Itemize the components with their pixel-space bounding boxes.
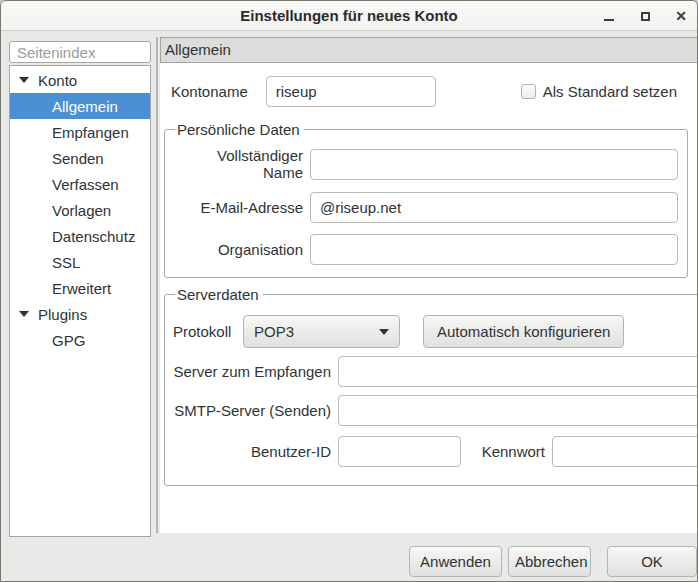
protocol-select[interactable]: POP3 xyxy=(243,315,400,348)
sidebar-item-label: Vorlagen xyxy=(52,202,111,219)
sidebar-item-ssl[interactable]: SSL xyxy=(10,249,150,275)
sidebar-item-plugins[interactable]: Plugins xyxy=(10,301,150,327)
sidebar-item-erweitert[interactable]: Erweitert xyxy=(10,275,150,301)
sidebar-item-label: Verfassen xyxy=(52,176,119,193)
email-input[interactable] xyxy=(310,192,678,223)
server-data-legend: Serverdaten xyxy=(175,286,263,303)
main-content: Kontoname Als Standard setzen Persönlich… xyxy=(160,63,698,533)
smtp-server-input[interactable] xyxy=(338,395,698,426)
sidebar-item-vorlagen[interactable]: Vorlagen xyxy=(10,197,150,223)
sidebar-item-label: Senden xyxy=(52,150,104,167)
titlebar: Einstellungen für neues Konto ✕ xyxy=(1,1,697,31)
settings-tree: Konto Allgemein Empfangen Senden Verfass… xyxy=(9,65,151,537)
maximize-button[interactable] xyxy=(637,8,653,24)
expander-icon[interactable] xyxy=(19,311,29,317)
sidebar-item-label: Empfangen xyxy=(52,124,129,141)
pane-splitter[interactable] xyxy=(156,37,158,533)
set-default-label: Als Standard setzen xyxy=(543,83,677,100)
password-input[interactable] xyxy=(552,436,698,467)
smtp-server-row: SMTP-Server (Senden) xyxy=(173,395,698,426)
full-name-row: Vollständiger Name xyxy=(173,147,678,181)
sidebar-item-label: Erweitert xyxy=(52,280,111,297)
personal-data-group: Persönliche Daten Vollständiger Name E-M… xyxy=(164,121,688,278)
receive-server-row: Server zum Empfangen xyxy=(173,356,698,387)
sidebar-item-konto[interactable]: Konto xyxy=(10,67,150,93)
set-default-checkbox[interactable] xyxy=(521,84,536,99)
sidebar-item-datenschutz[interactable]: Datenschutz xyxy=(10,223,150,249)
account-name-label: Kontoname xyxy=(171,83,248,100)
close-button[interactable]: ✕ xyxy=(673,8,689,24)
sidebar-item-label: SSL xyxy=(52,254,80,271)
sidebar-item-label: GPG xyxy=(52,332,85,349)
sidebar-item-verfassen[interactable]: Verfassen xyxy=(10,171,150,197)
receive-server-label: Server zum Empfangen xyxy=(173,363,331,380)
window-title: Einstellungen für neues Konto xyxy=(1,1,697,31)
close-icon: ✕ xyxy=(675,8,687,24)
password-label: Kennwort xyxy=(473,443,545,460)
sidebar-item-label: Konto xyxy=(38,72,77,89)
full-name-input[interactable] xyxy=(310,149,678,180)
organization-row: Organisation xyxy=(173,234,678,265)
ok-button[interactable]: OK xyxy=(607,546,697,577)
protocol-label: Protokoll xyxy=(173,323,235,340)
receive-server-input[interactable] xyxy=(338,356,698,387)
personal-data-legend: Persönliche Daten xyxy=(175,121,304,138)
maximize-icon xyxy=(641,12,650,21)
sidebar-item-empfangen[interactable]: Empfangen xyxy=(10,119,150,145)
full-name-label: Vollständiger Name xyxy=(173,147,303,181)
chevron-down-icon xyxy=(379,329,389,335)
sidebar-item-label: Plugins xyxy=(38,306,87,323)
account-settings-dialog: Einstellungen für neues Konto ✕ Konto Al… xyxy=(0,0,698,582)
window-controls: ✕ xyxy=(601,1,689,31)
sidebar-item-gpg[interactable]: GPG xyxy=(10,327,150,353)
auto-configure-button[interactable]: Automatisch konfigurieren xyxy=(423,315,624,348)
sidebar-item-senden[interactable]: Senden xyxy=(10,145,150,171)
server-data-group: Serverdaten Protokoll POP3 Automatisch k… xyxy=(164,286,698,486)
apply-button[interactable]: Anwenden xyxy=(409,546,502,577)
page-title: Allgemein xyxy=(160,37,698,63)
user-id-input[interactable] xyxy=(338,436,461,467)
organization-label: Organisation xyxy=(173,241,303,258)
account-name-row: Kontoname Als Standard setzen xyxy=(171,76,687,107)
protocol-row: Protokoll POP3 Automatisch konfigurieren xyxy=(173,315,698,348)
protocol-selected-value: POP3 xyxy=(254,323,294,340)
account-name-input[interactable] xyxy=(266,76,436,107)
organization-input[interactable] xyxy=(310,234,678,265)
user-id-label: Benutzer-ID xyxy=(173,443,331,460)
minimize-icon xyxy=(604,19,614,21)
expander-icon[interactable] xyxy=(19,77,29,83)
sidebar-item-label: Allgemein xyxy=(52,98,118,115)
page-index-input[interactable] xyxy=(9,41,151,63)
cancel-button[interactable]: Abbrechen xyxy=(508,546,591,577)
sidebar-item-label: Datenschutz xyxy=(52,228,135,245)
minimize-button[interactable] xyxy=(601,8,617,24)
email-label: E-Mail-Adresse xyxy=(173,199,303,216)
sidebar-item-allgemein[interactable]: Allgemein xyxy=(10,93,150,119)
credentials-row: Benutzer-ID Kennwort xyxy=(173,436,698,467)
smtp-server-label: SMTP-Server (Senden) xyxy=(173,402,331,419)
email-row: E-Mail-Adresse xyxy=(173,192,678,223)
